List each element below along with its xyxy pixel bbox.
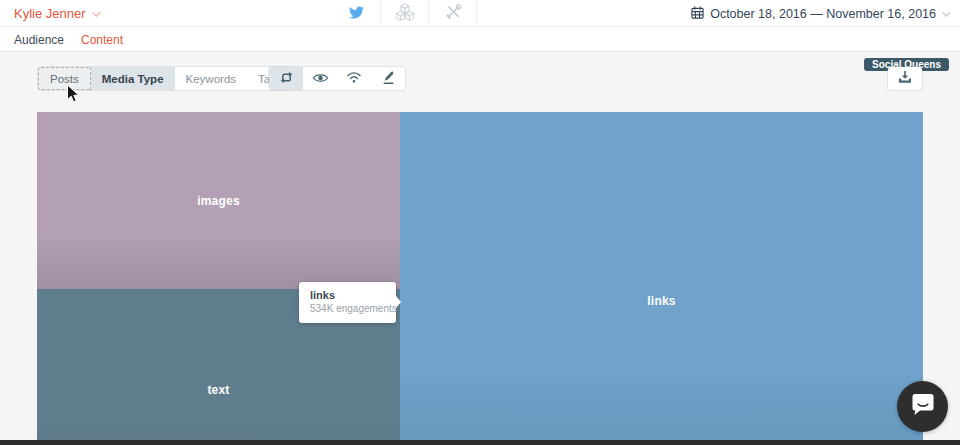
treemap-cell-links[interactable]: links	[400, 112, 923, 445]
tab-content[interactable]: Content	[81, 27, 123, 52]
treemap-cell-links-label: links	[647, 294, 675, 308]
channel-nav	[333, 0, 477, 27]
account-selector[interactable]: Kylie Jenner	[14, 0, 98, 27]
chat-bubble-icon	[911, 393, 935, 420]
view-tab-posts-label: Posts	[50, 73, 79, 85]
twitter-icon	[349, 5, 364, 23]
view-tab-media-type[interactable]: Media Type	[91, 67, 175, 90]
metric-toggle-group	[269, 67, 405, 90]
app-window: Kylie Jenner	[0, 0, 960, 445]
chevron-down-icon	[92, 8, 100, 16]
tab-content-label: Content	[81, 33, 123, 47]
date-range-text: October 18, 2016 — November 16, 2016	[710, 7, 936, 21]
view-tab-group: Posts Media Type Keywords Tags	[38, 67, 293, 90]
treemap-cell-text-label: text	[207, 383, 229, 397]
nav-item-tools[interactable]	[429, 0, 477, 27]
metric-toggle-retweets[interactable]	[269, 67, 303, 90]
tooltip-title: links	[310, 289, 396, 301]
wifi-icon	[346, 71, 362, 86]
metric-toggle-posts[interactable]	[371, 67, 405, 90]
nav-item-cubes[interactable]	[381, 0, 429, 27]
tab-audience[interactable]: Audience	[14, 27, 64, 52]
chevron-down-icon	[942, 8, 950, 16]
tools-icon	[444, 3, 462, 25]
retweet-icon	[278, 70, 295, 87]
download-icon	[897, 70, 913, 88]
view-tab-posts[interactable]: Posts	[38, 67, 91, 90]
media-type-treemap: images text links	[37, 112, 923, 445]
treemap-tooltip: links 534K engagements	[299, 282, 396, 323]
section-nav-bar: Audience Content Social Queens	[0, 27, 960, 52]
account-name: Kylie Jenner	[14, 6, 86, 21]
treemap-cell-images[interactable]: images	[37, 112, 400, 289]
chat-launcher-button[interactable]	[897, 381, 948, 432]
view-tab-keywords-label: Keywords	[186, 73, 237, 85]
metric-toggle-impressions[interactable]	[303, 67, 337, 90]
treemap-cell-images-label: images	[197, 194, 240, 208]
pen-icon	[381, 70, 396, 88]
tab-audience-label: Audience	[14, 33, 64, 47]
bottom-edge-strip	[0, 440, 960, 445]
tooltip-arrow	[396, 296, 401, 308]
view-tab-keywords[interactable]: Keywords	[175, 67, 248, 90]
top-bar: Kylie Jenner	[0, 0, 960, 27]
metric-toggle-reach[interactable]	[337, 67, 371, 90]
tooltip-detail: 534K engagements	[310, 303, 396, 314]
view-tab-media-type-label: Media Type	[102, 73, 164, 85]
date-range-selector[interactable]: October 18, 2016 — November 16, 2016	[691, 0, 948, 27]
calendar-icon	[691, 6, 704, 22]
download-button[interactable]	[888, 67, 922, 90]
cubes-icon	[395, 3, 415, 25]
eye-icon	[312, 72, 329, 86]
nav-item-twitter[interactable]	[333, 0, 381, 27]
